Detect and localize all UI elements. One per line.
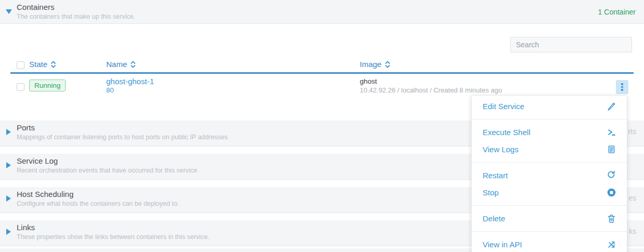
column-header-state[interactable]: State — [29, 60, 56, 69]
search-input[interactable] — [510, 37, 632, 52]
menu-divider — [472, 231, 627, 232]
section-right-text: ks — [629, 227, 636, 235]
section-title: Links — [17, 223, 35, 232]
expand-caret-icon[interactable] — [6, 195, 11, 202]
menu-item-edit-service[interactable]: Edit Service — [472, 98, 627, 115]
status-badge: Running — [29, 79, 66, 91]
column-header-label: Name — [106, 60, 127, 69]
section-description: These properties show the links between … — [17, 233, 209, 241]
kebab-dot — [621, 89, 623, 91]
column-header-image[interactable]: Image — [360, 60, 390, 69]
expand-caret-icon[interactable] — [6, 129, 11, 135]
containers-panel-header: Containers The containers that make up t… — [0, 0, 644, 24]
sort-icon — [130, 60, 136, 69]
document-icon — [607, 145, 616, 154]
row-actions-menu: Edit Service Execute Shell View Logs Res… — [471, 95, 627, 252]
section-title: Ports — [17, 123, 35, 132]
menu-item-execute-shell[interactable]: Execute Shell — [472, 124, 627, 141]
menu-item-delete[interactable]: Delete — [472, 210, 627, 227]
stop-icon — [607, 188, 616, 197]
menu-divider — [472, 162, 627, 163]
restart-icon — [607, 171, 616, 180]
section-title: Host Scheduling — [17, 190, 73, 198]
section-right-text: es — [628, 194, 636, 202]
external-link-icon — [607, 240, 616, 249]
expand-caret-icon[interactable] — [6, 229, 11, 235]
menu-item-label: View in API — [483, 240, 522, 249]
menu-item-view-in-api[interactable]: View in API — [472, 236, 627, 252]
expand-caret-icon[interactable] — [6, 162, 11, 168]
section-title: Service Log — [17, 156, 58, 165]
section-description: Configure what hosts the containers can … — [17, 200, 179, 207]
sort-icon — [50, 60, 56, 69]
menu-item-label: View Logs — [483, 145, 519, 154]
row-checkbox[interactable] — [17, 83, 24, 91]
section-description: Mappings of container listening ports to… — [17, 134, 228, 141]
pencil-icon — [607, 102, 616, 111]
kebab-dot — [621, 86, 623, 88]
image-details: 10.42.92.26 / localhost / Created 8 minu… — [360, 86, 502, 94]
container-port-link[interactable]: 80 — [106, 86, 113, 94]
collapse-caret-icon[interactable] — [6, 9, 12, 14]
column-header-label: Image — [360, 60, 382, 69]
menu-divider — [472, 205, 627, 206]
column-header-label: State — [29, 60, 47, 69]
section-description: Recent orchestration events that have oc… — [17, 167, 197, 174]
select-all-checkbox[interactable] — [17, 61, 24, 69]
menu-item-label: Restart — [483, 171, 508, 180]
image-name: ghost — [360, 77, 377, 85]
container-name-link[interactable]: ghost-ghost-1 — [106, 77, 154, 86]
terminal-icon — [607, 128, 616, 137]
menu-item-restart[interactable]: Restart — [472, 167, 627, 184]
panel-subtitle: The containers that make up this service… — [17, 13, 135, 20]
kebab-dot — [621, 83, 623, 85]
column-header-name[interactable]: Name — [106, 60, 136, 69]
menu-item-label: Delete — [483, 214, 505, 223]
table-header-underline — [10, 72, 634, 74]
menu-divider — [472, 119, 627, 120]
menu-item-label: Stop — [483, 188, 499, 197]
sort-icon — [385, 60, 390, 69]
menu-item-stop[interactable]: Stop — [472, 184, 627, 201]
trash-icon — [607, 214, 616, 223]
container-count-badge: 1 Container — [598, 8, 636, 16]
row-actions-kebab-button[interactable] — [616, 80, 628, 94]
menu-item-view-logs[interactable]: View Logs — [472, 141, 627, 158]
section-right-text: rts — [628, 127, 636, 136]
menu-item-label: Execute Shell — [483, 128, 531, 137]
menu-item-label: Edit Service — [483, 102, 524, 111]
panel-title: Containers — [17, 3, 55, 11]
